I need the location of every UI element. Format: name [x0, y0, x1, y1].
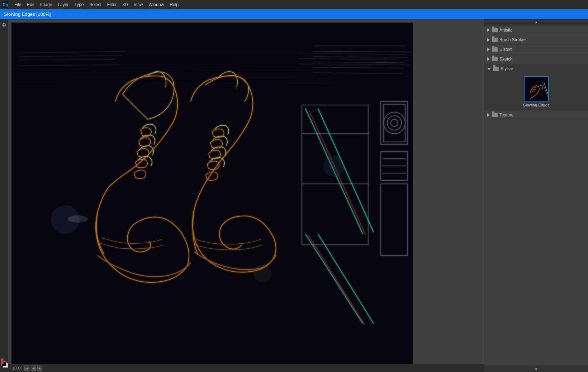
- move-tool[interactable]: [0, 20, 8, 28]
- prev-page-button[interactable]: ◀: [31, 366, 36, 371]
- filter-group-texture-header[interactable]: Texture: [484, 110, 588, 120]
- left-toolbar: [0, 19, 8, 372]
- brush-strokes-expand-icon: [487, 38, 490, 42]
- filter-group-sketch: Sketch: [484, 54, 588, 64]
- filter-group-brush-strokes-header[interactable]: Brush Strokes: [484, 35, 588, 44]
- glowing-edges-thumbnail[interactable]: [524, 76, 549, 101]
- svg-marker-2: [2, 22, 6, 27]
- filter-group-artistic: Artistic: [484, 25, 588, 35]
- distort-expand-icon: [487, 48, 490, 51]
- texture-label: Texture: [499, 113, 513, 118]
- title-bar: Glowing Edges (100%): [0, 9, 588, 19]
- stylize-label: Stylize: [501, 66, 513, 71]
- canvas-image: [11, 23, 413, 367]
- sketch-label: Sketch: [499, 57, 513, 62]
- menu-file[interactable]: File: [11, 0, 24, 9]
- menu-image[interactable]: Image: [37, 0, 55, 9]
- nav-buttons: |◀ ◀ ▶: [24, 366, 42, 371]
- sketch-folder-icon: [492, 57, 498, 61]
- artistic-label: Artistic: [499, 28, 512, 33]
- menu-select[interactable]: Select: [86, 0, 104, 9]
- filter-group-distort-header[interactable]: Distort: [484, 45, 588, 54]
- menu-layer[interactable]: Layer: [55, 0, 71, 9]
- zoom-percent: 100%: [12, 366, 22, 370]
- sketch-expand-icon: [487, 57, 490, 61]
- stylize-filters-area: Glowing Edges: [484, 73, 588, 110]
- red-indicator: [1, 358, 4, 364]
- filter-group-stylize: Stylize: [484, 64, 588, 110]
- app-logo: Ps: [1, 1, 9, 8]
- filter-group-stylize-header[interactable]: Stylize: [484, 64, 588, 73]
- menu-bar: Ps File Edit Image Layer Type Select Fil…: [0, 0, 588, 9]
- distort-folder-icon: [492, 47, 498, 52]
- svg-point-48: [68, 215, 88, 223]
- first-page-button[interactable]: |◀: [24, 366, 29, 371]
- panel-scroll-up-arrow[interactable]: ▲: [484, 19, 588, 25]
- filter-list: Artistic Brush Strokes Distort: [484, 25, 588, 372]
- canvas-area: 100% |◀ ◀ ▶: [8, 19, 484, 372]
- texture-folder-icon: [492, 113, 498, 117]
- distort-label: Distort: [499, 47, 512, 52]
- svg-rect-3: [11, 23, 413, 367]
- filter-group-distort: Distort: [484, 45, 588, 54]
- menu-edit[interactable]: Edit: [24, 0, 37, 9]
- filter-group-artistic-header[interactable]: Artistic: [484, 25, 588, 35]
- filter-group-sketch-header[interactable]: Sketch: [484, 54, 588, 64]
- svg-text:Ps: Ps: [3, 2, 8, 8]
- brush-strokes-label: Brush Strokes: [499, 37, 526, 42]
- menu-view[interactable]: View: [131, 0, 146, 9]
- document-title: Glowing Edges (100%): [4, 11, 51, 17]
- stylize-folder-icon: [493, 67, 499, 71]
- menu-filter[interactable]: Filter: [104, 0, 120, 9]
- filter-gallery-panel: ▲ Artistic Brush Strokes: [484, 19, 588, 372]
- menu-3d[interactable]: 3D: [119, 0, 131, 9]
- main-layout: 100% |◀ ◀ ▶ ▲: [0, 19, 588, 372]
- svg-point-40: [323, 155, 345, 177]
- menu-window[interactable]: Window: [146, 0, 167, 9]
- bottom-status-bar: 100% |◀ ◀ ▶: [8, 364, 484, 372]
- panel-scroll-down-arrow[interactable]: ▼: [484, 366, 588, 372]
- filter-group-texture: Texture: [484, 110, 588, 120]
- menu-type[interactable]: Type: [71, 0, 86, 9]
- svg-point-39: [253, 264, 271, 282]
- menu-help[interactable]: Help: [167, 0, 181, 9]
- texture-expand-icon: [487, 113, 490, 117]
- filter-group-brush-strokes: Brush Strokes: [484, 35, 588, 45]
- stylize-expand-icon: [487, 68, 491, 70]
- next-page-button[interactable]: ▶: [37, 366, 42, 371]
- artwork-canvas: [11, 23, 413, 367]
- glowing-edges-label: Glowing Edges: [523, 103, 550, 107]
- artistic-folder-icon: [492, 28, 498, 32]
- brush-strokes-folder-icon: [492, 38, 498, 42]
- artistic-expand-icon: [487, 28, 490, 32]
